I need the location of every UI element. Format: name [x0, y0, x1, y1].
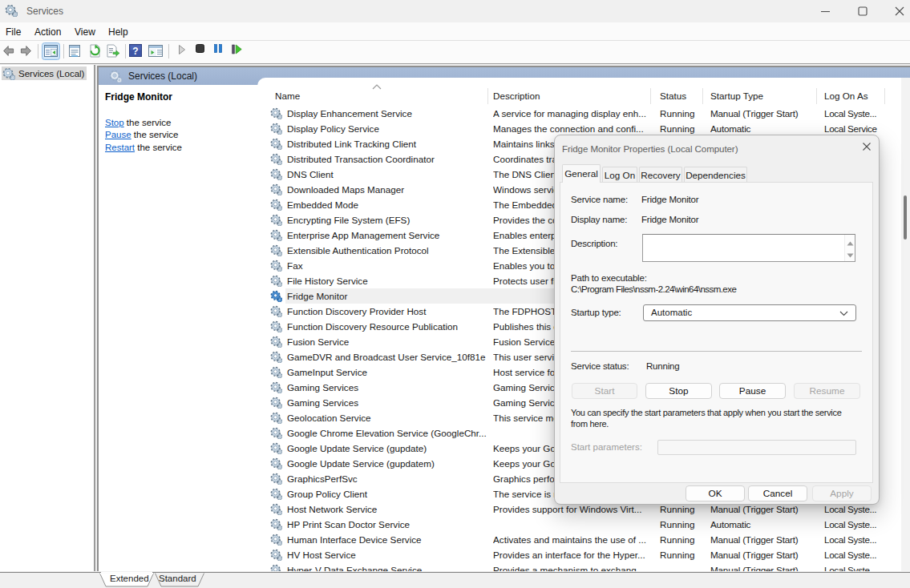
svg-text:?: ?: [132, 46, 138, 57]
